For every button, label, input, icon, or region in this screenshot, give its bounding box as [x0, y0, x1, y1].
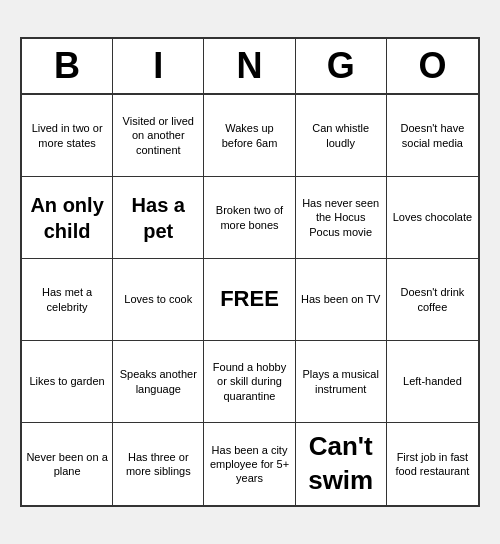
bingo-letter-n: N — [204, 39, 295, 93]
bingo-cell-13[interactable]: Has been on TV — [296, 259, 387, 341]
bingo-cell-20[interactable]: Never been on a plane — [22, 423, 113, 505]
bingo-cell-5[interactable]: An only child — [22, 177, 113, 259]
bingo-letter-o: O — [387, 39, 478, 93]
bingo-cell-17[interactable]: Found a hobby or skill during quarantine — [204, 341, 295, 423]
bingo-cell-0[interactable]: Lived in two or more states — [22, 95, 113, 177]
bingo-cell-1[interactable]: Visited or lived on another continent — [113, 95, 204, 177]
bingo-cell-8[interactable]: Has never seen the Hocus Pocus movie — [296, 177, 387, 259]
bingo-cell-12[interactable]: FREE — [204, 259, 295, 341]
bingo-cell-21[interactable]: Has three or more siblings — [113, 423, 204, 505]
bingo-letter-b: B — [22, 39, 113, 93]
bingo-cell-14[interactable]: Doesn't drink coffee — [387, 259, 478, 341]
bingo-cell-10[interactable]: Has met a celebrity — [22, 259, 113, 341]
bingo-cell-18[interactable]: Plays a musical instrument — [296, 341, 387, 423]
bingo-cell-19[interactable]: Left-handed — [387, 341, 478, 423]
bingo-card: BINGO Lived in two or more statesVisited… — [20, 37, 480, 507]
bingo-cell-2[interactable]: Wakes up before 6am — [204, 95, 295, 177]
bingo-cell-23[interactable]: Can't swim — [296, 423, 387, 505]
bingo-cell-11[interactable]: Loves to cook — [113, 259, 204, 341]
bingo-cell-7[interactable]: Broken two of more bones — [204, 177, 295, 259]
bingo-cell-15[interactable]: Likes to garden — [22, 341, 113, 423]
bingo-letter-i: I — [113, 39, 204, 93]
bingo-grid: Lived in two or more statesVisited or li… — [22, 95, 478, 505]
bingo-cell-22[interactable]: Has been a city employee for 5+ years — [204, 423, 295, 505]
bingo-header: BINGO — [22, 39, 478, 95]
bingo-cell-9[interactable]: Loves chocolate — [387, 177, 478, 259]
bingo-letter-g: G — [296, 39, 387, 93]
bingo-cell-6[interactable]: Has a pet — [113, 177, 204, 259]
bingo-cell-4[interactable]: Doesn't have social media — [387, 95, 478, 177]
bingo-cell-24[interactable]: First job in fast food restaurant — [387, 423, 478, 505]
bingo-cell-3[interactable]: Can whistle loudly — [296, 95, 387, 177]
bingo-cell-16[interactable]: Speaks another language — [113, 341, 204, 423]
